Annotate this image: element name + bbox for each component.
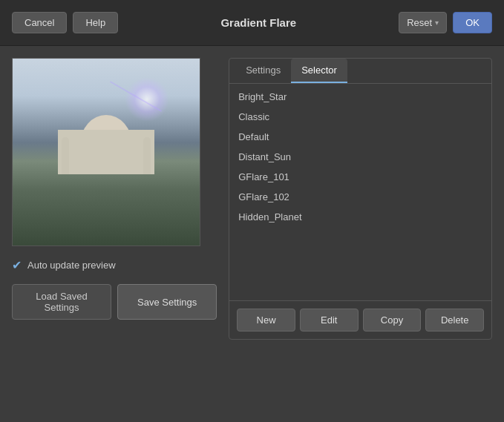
taj-minarets-decoration xyxy=(62,137,151,174)
list-item[interactable]: GFlare_101 xyxy=(229,167,491,187)
top-bar-right: Reset ▾ OK xyxy=(399,12,492,33)
tab-selector[interactable]: Selector xyxy=(291,59,347,83)
delete-button[interactable]: Delete xyxy=(425,309,484,332)
new-button[interactable]: New xyxy=(237,309,295,332)
bottom-buttons: Load Saved Settings Save Settings xyxy=(12,284,217,320)
list-item[interactable]: Distant_Sun xyxy=(229,147,491,167)
auto-update-label: Auto update preview xyxy=(27,260,116,271)
dialog-title: Gradient Flare xyxy=(118,16,399,29)
tab-settings[interactable]: Settings xyxy=(235,59,291,83)
tabs-row: Settings Selector xyxy=(229,59,491,84)
auto-update-row: ✔ Auto update preview xyxy=(12,255,217,275)
preview-section: ✔ Auto update preview Load Saved Setting… xyxy=(12,58,217,410)
reset-button[interactable]: Reset ▾ xyxy=(399,12,447,33)
top-bar-left: Cancel Help xyxy=(12,12,118,33)
presets-list: Bright_Star Classic Default Distant_Sun … xyxy=(229,84,491,300)
action-buttons: New Edit Copy Delete xyxy=(229,300,491,339)
flare-overlay xyxy=(125,77,169,122)
cancel-button[interactable]: Cancel xyxy=(12,12,67,33)
minaret-right xyxy=(143,137,151,174)
preview-image xyxy=(12,58,200,246)
edit-button[interactable]: Edit xyxy=(300,309,359,332)
auto-update-checkbox-icon[interactable]: ✔ xyxy=(12,258,22,272)
save-settings-button[interactable]: Save Settings xyxy=(117,284,217,320)
chevron-down-icon: ▾ xyxy=(435,19,439,27)
list-item[interactable]: GFlare_102 xyxy=(229,187,491,207)
list-item[interactable]: Bright_Star xyxy=(229,87,491,107)
copy-button[interactable]: Copy xyxy=(363,309,422,332)
preview-image-inner xyxy=(13,59,200,245)
load-settings-button[interactable]: Load Saved Settings xyxy=(12,284,111,320)
list-item[interactable]: Hidden_Planet xyxy=(229,207,491,227)
reset-label: Reset xyxy=(407,17,432,28)
ok-button[interactable]: OK xyxy=(453,12,492,33)
minaret-left xyxy=(62,137,69,174)
main-content: ✔ Auto update preview Load Saved Setting… xyxy=(0,46,504,422)
list-item[interactable]: Default xyxy=(229,127,491,147)
help-button[interactable]: Help xyxy=(73,12,118,33)
right-panel: Settings Selector Bright_Star Classic De… xyxy=(229,58,492,340)
top-bar: Cancel Help Gradient Flare Reset ▾ OK xyxy=(0,0,504,46)
list-item[interactable]: Classic xyxy=(229,107,491,127)
